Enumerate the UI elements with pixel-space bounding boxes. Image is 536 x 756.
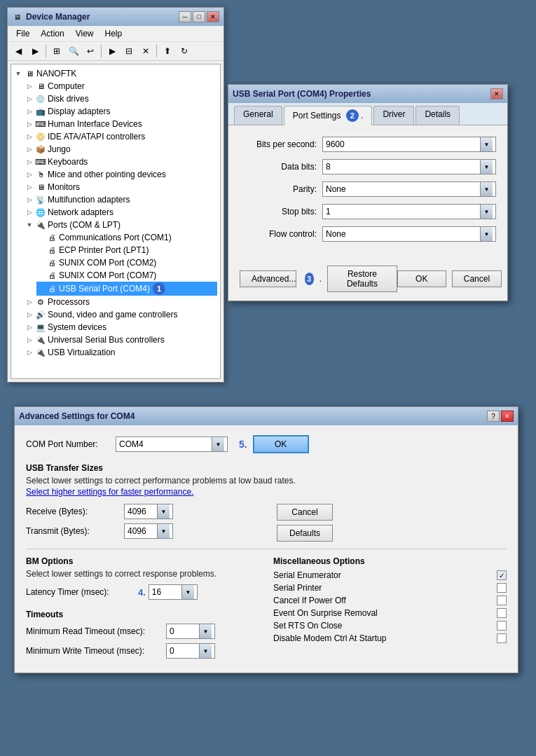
advanced-ok-button[interactable]: OK (253, 435, 309, 453)
props-close-button[interactable]: ✕ (490, 88, 503, 99)
timeouts-section: Timeouts Minimum Read Timeout (msec): 0 … (26, 610, 259, 659)
databits-arrow: ▼ (480, 160, 493, 174)
usb-expand: ▷ (25, 336, 34, 344)
ports-icon: 🔌 (35, 219, 46, 231)
flowcontrol-row: Flow control: None ▼ (240, 226, 496, 242)
driver-rollback-button[interactable]: ↩ (83, 43, 98, 59)
tree-item-hid[interactable]: ▷ ⌨ Human Interface Devices (25, 118, 217, 130)
latency-select[interactable]: 16 ▼ (149, 584, 198, 600)
cancel-power-checkbox[interactable] (497, 596, 507, 605)
receive-row: Receive (Bytes): 4096 ▼ (26, 504, 256, 519)
monitors-icon: 🖥 (35, 181, 46, 193)
tree-item-keyboards[interactable]: ▷ ⌨ Keyboards (25, 156, 217, 168)
min-write-select[interactable]: 0 ▼ (166, 643, 215, 659)
properties-button[interactable]: ⊞ (49, 43, 64, 59)
tree-item-monitors[interactable]: ▷ 🖥 Monitors (25, 181, 217, 193)
hid-label: Human Interface Devices (48, 119, 142, 129)
scan-button[interactable]: 🔍 (66, 43, 81, 59)
props-buttons: Advanced... 3 . Restore Defaults OK Canc… (228, 260, 507, 301)
tree-item-com1[interactable]: ▷ 🖨 Communications Port (COM1) (36, 231, 217, 244)
tree-item-com2[interactable]: ▷ 🖨 SUNIX COM Port (COM2) (36, 256, 217, 269)
tree-root[interactable]: ▼ 🖥 NANOFTK (14, 67, 217, 80)
tree-item-disk[interactable]: ▷ 💿 Disk drives (25, 92, 217, 105)
com-port-row: COM Port Number: COM4 ▼ 5. OK (26, 435, 507, 453)
tree-item-network[interactable]: ▷ 🌐 Network adapters (25, 206, 217, 219)
root-icon: 🖥 (24, 68, 35, 79)
stopbits-select[interactable]: 1 ▼ (322, 204, 496, 219)
cancel-button[interactable]: Cancel (277, 504, 333, 521)
network-label: Network adapters (48, 207, 114, 217)
defaults-button[interactable]: Defaults (277, 525, 333, 542)
tree-item-system[interactable]: ▷ 💻 System devices (25, 321, 217, 334)
com-port-select[interactable]: COM4 ▼ (116, 437, 228, 452)
tree-item-ide[interactable]: ▷ 📀 IDE ATA/ATAPI controllers (25, 130, 217, 143)
sound-expand: ▷ (25, 310, 34, 319)
device-manager-titlebar: 🖥 Device Manager ─ □ ✕ (8, 8, 224, 26)
menu-action[interactable]: Action (35, 27, 69, 40)
tree-item-usb[interactable]: ▷ 🔌 Universal Serial Bus controllers (25, 334, 217, 346)
ports-label: Ports (COM & LPT) (48, 220, 121, 230)
close-button[interactable]: ✕ (207, 11, 219, 22)
minimize-button[interactable]: ─ (179, 11, 191, 22)
refresh-button[interactable]: ↻ (177, 43, 192, 59)
tree-item-processors[interactable]: ▷ ⚙ Processors (25, 296, 217, 308)
parity-select[interactable]: None ▼ (322, 181, 496, 197)
min-write-label: Minimum Write Timeout (msec): (26, 646, 166, 656)
ports-expand: ▼ (25, 221, 34, 229)
tree-item-mice[interactable]: ▷ 🖱 Mice and other pointing devices (25, 168, 217, 181)
tree-item-ports[interactable]: ▼ 🔌 Ports (COM & LPT) (25, 219, 217, 231)
bps-select[interactable]: 9600 ▼ (322, 137, 496, 152)
event-removal-checkbox[interactable] (497, 608, 507, 618)
jungo-label: Jungo (48, 144, 71, 154)
uninstall-button[interactable]: ✕ (138, 43, 153, 59)
tab-general[interactable]: General (234, 106, 282, 125)
menu-file[interactable]: File (11, 27, 35, 40)
help-button[interactable]: ? (487, 411, 500, 422)
processors-label: Processors (48, 297, 90, 307)
props-cancel-button[interactable]: Cancel (452, 270, 502, 287)
serial-printer-checkbox[interactable] (497, 583, 507, 593)
rts-close-checkbox[interactable] (497, 621, 507, 631)
tree-item-usb-virt[interactable]: ▷ 🔌 USB Virtualization (25, 346, 217, 359)
back-button[interactable]: ◀ (11, 43, 26, 59)
tab-details[interactable]: Details (415, 106, 460, 125)
flowcontrol-arrow: ▼ (480, 227, 493, 241)
menu-view[interactable]: View (70, 27, 99, 40)
min-read-select[interactable]: 0 ▼ (166, 624, 215, 639)
tree-item-multifunction[interactable]: ▷ 📡 Multifunction adapters (25, 193, 217, 206)
processors-icon: ⚙ (35, 296, 46, 308)
menu-help[interactable]: Help (99, 27, 128, 40)
advanced-button[interactable]: Advanced... (240, 270, 296, 287)
computer-expand: ▷ (25, 82, 34, 90)
tab-port-settings[interactable]: Port Settings 2 . (284, 106, 373, 125)
transmit-select[interactable]: 4096 ▼ (124, 523, 173, 539)
com-port-label: COM Port Number: (26, 439, 110, 449)
tree-item-com7[interactable]: ▷ 🖨 SUNIX COM Port (COM7) (36, 269, 217, 282)
advanced-body-inner: COM Port Number: COM4 ▼ 5. OK USB Transf… (26, 435, 507, 663)
receive-arrow: ▼ (157, 504, 170, 518)
tree-item-jungo[interactable]: ▷ 📦 Jungo (25, 143, 217, 156)
flowcontrol-select[interactable]: None ▼ (322, 226, 496, 242)
receive-select[interactable]: 4096 ▼ (124, 504, 173, 519)
serial-enum-checkbox[interactable]: ✓ (497, 570, 507, 580)
tree-item-com4[interactable]: ▷ 🖨 USB Serial Port (COM4) 1 (36, 282, 217, 296)
advanced-close-button[interactable]: ✕ (501, 411, 514, 422)
databits-select[interactable]: 8 ▼ (322, 159, 496, 174)
parity-row: Parity: None ▼ (240, 181, 496, 197)
tree-item-display[interactable]: ▷ 📺 Display adapters (25, 105, 217, 118)
tab-driver[interactable]: Driver (373, 106, 414, 125)
disable-button[interactable]: ⊟ (121, 43, 137, 59)
tree-item-sound[interactable]: ▷ 🔊 Sound, video and game controllers (25, 308, 217, 321)
forward-button[interactable]: ▶ (27, 43, 43, 59)
advanced-left-col: BM Options Select lower settings to corr… (26, 556, 259, 663)
tree-item-computer[interactable]: ▷ 🖥 Computer (25, 80, 217, 92)
update-driver-button[interactable]: ⬆ (160, 43, 175, 59)
stopbits-value: 1 (326, 207, 331, 217)
maximize-button[interactable]: □ (193, 11, 205, 22)
disable-modem-checkbox[interactable] (497, 633, 507, 643)
network-icon: 🌐 (35, 207, 46, 218)
enable-button[interactable]: ▶ (104, 43, 120, 59)
props-ok-button[interactable]: OK (397, 270, 446, 287)
tree-item-lpt1[interactable]: ▷ 🖨 ECP Printer Port (LPT1) (36, 244, 217, 256)
restore-defaults-button[interactable]: Restore Defaults (327, 266, 397, 292)
